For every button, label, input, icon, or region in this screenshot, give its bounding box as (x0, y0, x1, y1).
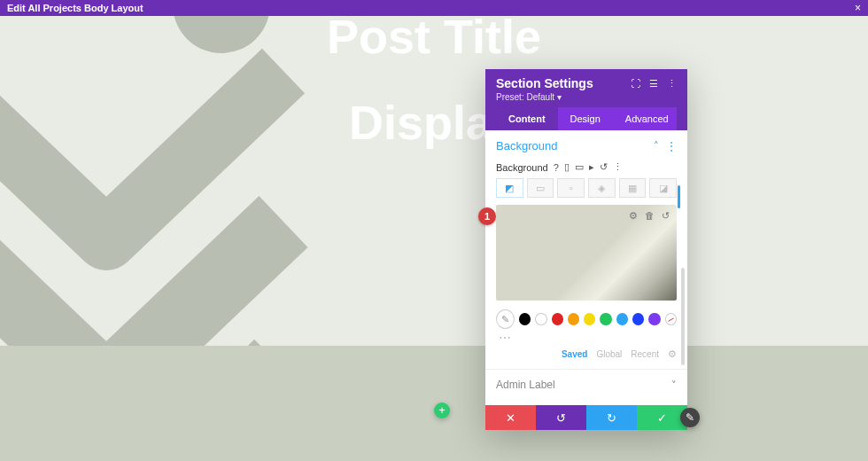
panel-tabs: Content Design Advanced (496, 107, 677, 130)
bgtype-mask[interactable]: ◪ (649, 178, 677, 198)
undo-button[interactable]: ↺ (536, 405, 586, 430)
reset-icon[interactable]: ↺ (600, 161, 608, 173)
swatch-green[interactable] (600, 313, 611, 325)
redo-button[interactable]: ↻ (586, 405, 637, 430)
top-bar: Edit All Projects Body Layout × (0, 0, 868, 16)
add-section-fab[interactable]: + (434, 402, 450, 418)
preview-delete-icon[interactable]: 🗑 (645, 210, 655, 222)
swatch-more-icon[interactable]: ⋯ (499, 331, 677, 345)
background-collapse-icon[interactable]: ˄ (654, 140, 659, 152)
background-section-menu-icon[interactable]: ⋮ (666, 140, 677, 152)
swatch-source-tabs: Saved Global Recent ⚙ (496, 348, 677, 360)
background-type-tabs: ◩ ▭ ▫ ◈ ▦ ◪ (496, 178, 677, 198)
admin-label-row[interactable]: Admin Label ˅ (496, 370, 677, 400)
admin-label-chevron-icon: ˅ (671, 379, 677, 391)
preset-dropdown[interactable]: Preset: Default ▾ (496, 92, 677, 107)
hover-icon[interactable]: ▸ (589, 161, 594, 173)
panel-scrollbar[interactable] (681, 268, 685, 365)
tab-design[interactable]: Design (558, 107, 613, 130)
section-settings-panel: 1 Section Settings ⛶ ☰ ⋮ Preset: Default… (485, 69, 687, 430)
admin-label-title: Admin Label (496, 379, 555, 391)
phone-icon[interactable]: ▯ (564, 161, 570, 173)
tab-indicator (678, 185, 680, 208)
swatch-orange[interactable] (568, 313, 579, 325)
hero-line-2: Post Title (327, 9, 541, 64)
swatch-tab-saved[interactable]: Saved (562, 349, 587, 359)
swatch-black[interactable] (519, 313, 531, 325)
preview-settings-icon[interactable]: ⚙ (629, 210, 638, 222)
tablet-icon[interactable]: ▭ (575, 161, 584, 173)
help-icon[interactable]: ? (554, 162, 559, 173)
topbar-close-button[interactable]: × (855, 2, 861, 14)
panel-header[interactable]: Section Settings ⛶ ☰ ⋮ Preset: Default ▾… (485, 69, 687, 130)
swatch-blue[interactable] (632, 313, 644, 325)
drag-icon[interactable]: ☰ (649, 78, 658, 90)
topbar-title: Edit All Projects Body Layout (7, 3, 143, 13)
swatch-none[interactable] (665, 313, 677, 325)
bgtype-video[interactable]: ◈ (588, 178, 616, 198)
bgtype-color[interactable]: ◩ (496, 178, 523, 198)
preview-reset-icon[interactable]: ↺ (662, 210, 670, 222)
background-section-title[interactable]: Background (496, 139, 557, 152)
swatch-tab-recent[interactable]: Recent (631, 349, 659, 359)
swatch-yellow[interactable] (584, 313, 595, 325)
swatch-white[interactable] (535, 313, 546, 325)
swatch-purple[interactable] (648, 313, 660, 325)
background-field-label: Background (496, 162, 548, 173)
swatch-tab-global[interactable]: Global (596, 349, 622, 359)
kebab-icon[interactable]: ⋮ (667, 78, 677, 90)
panel-body: Background ˄ ⋮ Background ? ▯ ▭ ▸ ↺ ⋮ ◩ … (485, 130, 687, 405)
tab-advanced[interactable]: Advanced (613, 107, 681, 130)
expand-icon[interactable]: ⛶ (631, 78, 640, 90)
eyedropper-button[interactable]: ✎ (496, 309, 515, 329)
corner-edit-fab[interactable]: ✎ (680, 408, 700, 427)
panel-title: Section Settings (496, 76, 593, 90)
bgtype-gradient[interactable]: ▭ (527, 178, 554, 198)
bgtype-image[interactable]: ▫ (557, 178, 585, 198)
swatch-sky[interactable] (616, 313, 628, 325)
cancel-button[interactable]: ✕ (485, 405, 536, 430)
swatch-red[interactable] (552, 313, 563, 325)
bgtype-pattern[interactable]: ▦ (619, 178, 647, 198)
panel-footer: ✕ ↺ ↻ ✓ (485, 405, 687, 430)
canvas-lower-band (0, 346, 868, 461)
builder-canvas: Post Title Display (0, 0, 868, 461)
field-menu-icon[interactable]: ⋮ (613, 161, 623, 173)
color-swatch-row: ✎ (496, 309, 677, 329)
tab-content[interactable]: Content (496, 107, 558, 130)
background-preview[interactable]: ⚙ 🗑 ↺ (496, 205, 677, 301)
swatch-settings-icon[interactable]: ⚙ (668, 348, 677, 360)
